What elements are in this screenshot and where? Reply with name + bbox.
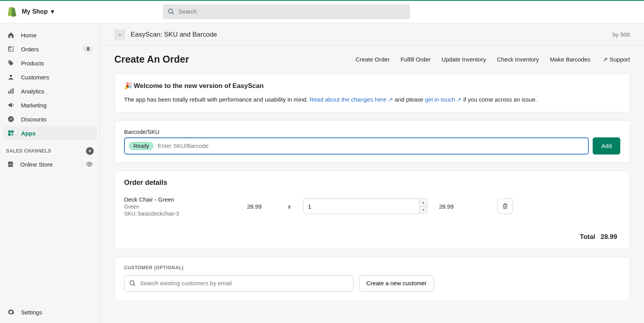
create-customer-button[interactable]: Create a new customer [359,275,434,291]
sidebar-item-label: Customers [21,74,49,81]
customers-icon [7,74,15,81]
analytics-icon [7,88,15,95]
main-content: ⌁ EasyScan: SKU and Barcode by 506 Creat… [100,23,644,323]
sidebar-item-orders[interactable]: Orders 8 [3,42,97,56]
welcome-heading: Welcome to the new version of EasyScan [134,82,264,90]
page-title: Create An Order [114,54,189,65]
qty-up-button[interactable]: ▲ [420,199,427,207]
svg-rect-8 [8,130,10,133]
external-link-icon: ↗ [457,96,462,103]
sales-channels-header: SALES CHANNELS [0,142,100,157]
external-link-icon: ↗ [603,56,608,63]
svg-line-13 [133,284,135,286]
tab-support[interactable]: ↗ Support [601,56,630,63]
barcode-label: Barcode/SKU [124,128,620,135]
app-icon: ⌁ [114,29,125,40]
home-icon [7,32,15,39]
svg-rect-9 [11,130,14,133]
sidebar-item-marketing[interactable]: Marketing [3,98,97,112]
order-line-item: Deck Chair - Green Green SKU: basicdeckc… [124,196,620,217]
sidebar-item-home[interactable]: Home [3,28,97,42]
svg-point-0 [168,9,173,13]
welcome-body: The app has been totally rebuilt with pe… [124,95,620,104]
orders-badge: 8 [83,46,93,52]
tab-check-inventory[interactable]: Check Inventory [497,56,539,63]
eye-icon[interactable] [86,161,93,168]
delete-line-button[interactable] [497,198,513,214]
chevron-down-icon: ▾ [51,8,54,15]
sidebar-item-label: Discounts [21,116,47,123]
marketing-icon [7,102,15,109]
unit-price: 28.99 [233,203,276,210]
app-author: by 506 [612,31,630,38]
external-link-icon: ↗ [388,96,393,103]
channel-label: Online Store [20,161,52,168]
product-sku: SKU: basicdeckchair-3 [124,211,225,217]
multiplier: x [284,203,295,210]
svg-rect-4 [8,91,9,94]
sidebar-item-discounts[interactable]: Discounts [3,112,97,126]
customer-label: CUSTOMER (OPTIONAL) [124,265,620,270]
gear-icon [7,308,15,316]
customer-search-input[interactable] [140,280,348,286]
shop-selector[interactable]: My Shop ▾ [22,8,54,15]
quantity-stepper[interactable]: ▲ ▼ [303,198,427,214]
total-value: 28.99 [600,233,617,241]
shop-name: My Shop [22,8,48,15]
sidebar-item-label: Orders [21,46,39,53]
orders-icon [7,46,15,53]
tab-make-barcodes[interactable]: Make Barcodes [550,56,590,63]
global-search[interactable] [163,4,410,19]
sidebar-item-apps[interactable]: Apps [3,126,97,140]
apps-icon [7,130,15,137]
order-heading: Order details [124,179,620,187]
search-input[interactable] [178,8,405,15]
page-header: Create An Order Create Order Fulfill Ord… [114,54,630,65]
contact-link[interactable]: get in touch ↗ [425,96,462,103]
qty-down-button[interactable]: ▼ [420,207,427,214]
shopify-logo-icon [6,6,17,17]
add-channel-button[interactable] [86,147,94,155]
svg-point-3 [10,75,12,77]
add-button[interactable]: Add [593,137,620,154]
app-title: EasyScan: SKU and Barcode [131,31,217,39]
customer-search[interactable] [124,275,354,291]
sidebar-item-label: Products [21,60,44,67]
sidebar-item-label: Apps [21,130,36,137]
barcode-card: Barcode/SKU Ready Add [114,120,630,163]
svg-point-12 [130,281,134,285]
barcode-input[interactable] [158,142,584,149]
trash-icon [502,203,509,210]
sidebar: Home Orders 8 Products Customers Analyti… [0,23,100,323]
product-name: Deck Chair - Green [124,196,225,203]
sidebar-item-label: Marketing [21,102,47,109]
order-details-card: Order details Deck Chair - Green Green S… [114,170,630,249]
sidebar-item-settings[interactable]: Settings [3,304,97,320]
sidebar-item-customers[interactable]: Customers [3,70,97,84]
tab-fulfill-order[interactable]: Fulfill Order [401,56,431,63]
app-tabs: Create Order Fulfill Order Update Invent… [355,56,630,63]
svg-rect-5 [10,90,12,94]
search-icon [168,8,175,15]
quantity-input[interactable] [303,199,419,214]
barcode-input-wrapper[interactable]: Ready [124,137,589,154]
total-label: Total [580,233,595,241]
sidebar-item-label: Analytics [21,88,44,95]
sidebar-item-analytics[interactable]: Analytics [3,84,97,98]
order-total-row: Total 28.99 [124,233,620,241]
changes-link[interactable]: Read about the changes here ↗ [310,96,393,103]
search-icon [129,280,136,287]
app-header: ⌁ EasyScan: SKU and Barcode by 506 [100,23,644,46]
products-icon [7,60,15,67]
line-total: 28.99 [435,203,490,210]
sidebar-item-label: Home [21,32,37,39]
tab-update-inventory[interactable]: Update Inventory [441,56,486,63]
tab-create-order[interactable]: Create Order [355,56,390,63]
sidebar-item-products[interactable]: Products [3,56,97,70]
welcome-banner: 🎉 Welcome to the new version of EasyScan… [114,74,630,112]
svg-rect-6 [12,88,14,94]
channel-online-store[interactable]: Online Store [0,157,100,171]
product-variant: Green [124,204,225,210]
settings-label: Settings [21,309,42,316]
discounts-icon [7,116,15,123]
